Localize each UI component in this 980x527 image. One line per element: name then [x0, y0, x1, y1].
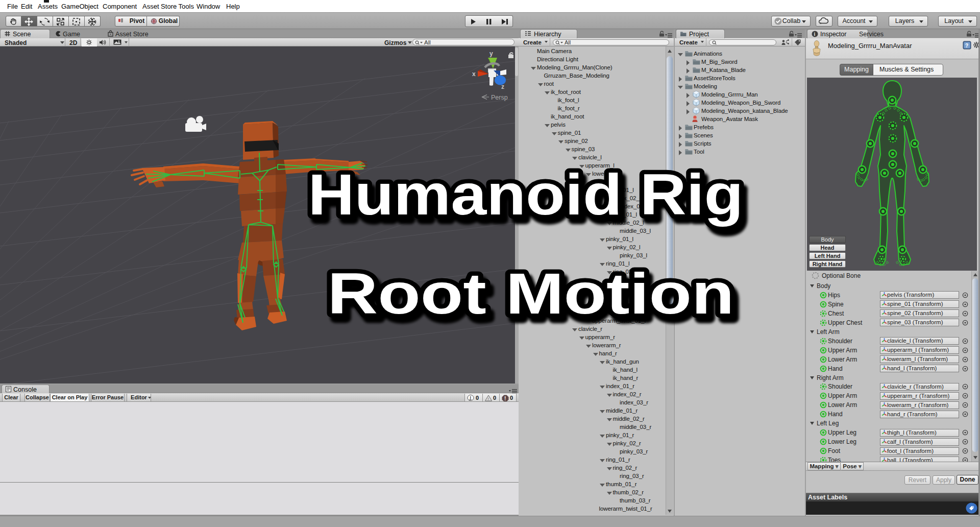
svg-text:i: i — [814, 32, 816, 37]
svg-text:!: ! — [470, 395, 471, 400]
svg-text:Persp: Persp — [491, 94, 508, 101]
svg-text:z: z — [501, 83, 504, 90]
svg-text:x: x — [472, 70, 476, 78]
svg-text:?: ? — [965, 43, 968, 49]
svg-text:y: y — [489, 50, 493, 57]
svg-text:!: ! — [504, 395, 506, 401]
svg-text:!: ! — [487, 397, 488, 401]
